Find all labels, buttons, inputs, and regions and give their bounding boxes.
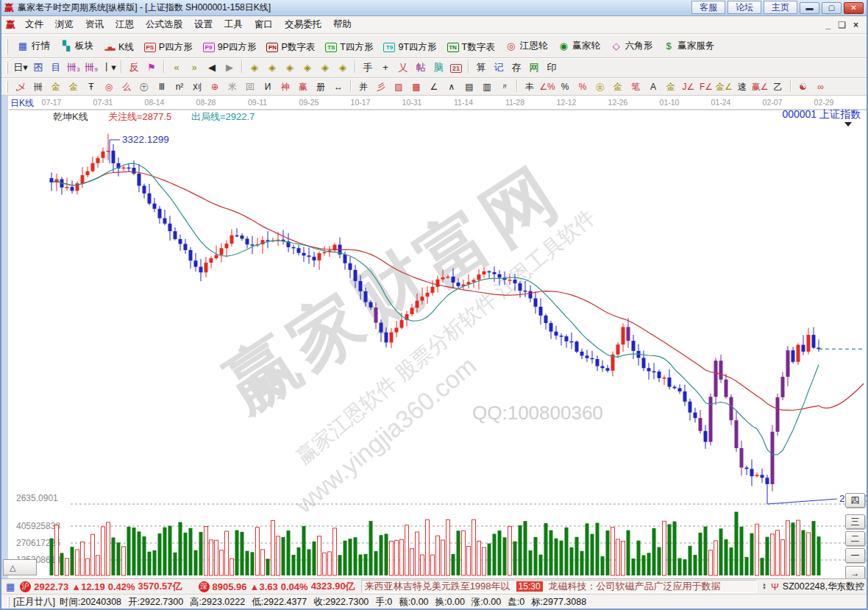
tool-win-grid[interactable]: 赢	[295, 80, 311, 94]
tool-gold-rule[interactable]: 金	[610, 80, 626, 94]
table-icon[interactable]: ▦	[6, 581, 15, 592]
tool-gann-diamond-4[interactable]: ◈	[299, 60, 316, 75]
tool-print[interactable]: 印	[544, 60, 560, 76]
tool-gate-lines[interactable]: 并	[355, 80, 371, 94]
tool-speed-angle[interactable]: 速	[734, 80, 750, 94]
tool-rails[interactable]: Ⅲ	[154, 80, 170, 94]
tool-save[interactable]: 存	[508, 60, 524, 76]
menu-资讯[interactable]: 资讯	[79, 18, 110, 31]
tool-candle-style[interactable]: 〡▾	[101, 60, 117, 76]
menu-文件[interactable]: 文件	[19, 18, 49, 31]
tool-gann-diamond-5[interactable]: ◈	[317, 60, 333, 75]
indicator-expand-button[interactable]: △	[3, 559, 37, 575]
tool-hand-tool[interactable]: 手	[360, 60, 376, 76]
tool-f-angle[interactable]: F∠	[698, 80, 714, 94]
menu-交易委托[interactable]: 交易委托	[279, 18, 327, 31]
tool-gold-comb-2[interactable]: 金	[65, 80, 82, 94]
tool-angle-cut[interactable]: 刈	[189, 80, 205, 94]
tool-win-angle[interactable]: 赢∠	[752, 80, 769, 94]
tool-gold-angle[interactable]: 金∠	[716, 80, 733, 94]
tool-target[interactable]: ⊕	[207, 80, 223, 94]
tool-n-square[interactable]: n²	[171, 80, 188, 94]
close-button[interactable]: ✕	[844, 2, 864, 14]
mdi-close-button[interactable]: ×	[850, 20, 862, 30]
tool-wave-mark[interactable]: И	[260, 80, 276, 94]
tool-calculator[interactable]: 算	[473, 60, 489, 76]
tool-f-comb[interactable]: Ŧ	[83, 80, 99, 94]
tool-crosshair-tool[interactable]: +	[377, 60, 394, 75]
tool-gann-diamond-2[interactable]: ◈	[264, 60, 280, 75]
toolbar-winner-service[interactable]: $赢家服务	[658, 40, 719, 52]
menu-帮助[interactable]: 帮助	[327, 18, 357, 31]
tool-count-ruler[interactable]: 册	[313, 80, 329, 94]
tool-flag-marker[interactable]: ⚑	[143, 60, 160, 75]
tool-gann-shapes[interactable]: 囨	[30, 60, 46, 76]
tool-prev-page[interactable]: ◀	[204, 60, 220, 75]
menu-设置[interactable]: 设置	[188, 18, 218, 31]
tool-notes[interactable]: 记	[491, 60, 507, 76]
toolbar-p-number-table[interactable]: PNP数字表	[261, 41, 320, 54]
tool-go-last[interactable]: »	[186, 60, 202, 75]
toolbar-quotes[interactable]: ▦行情	[12, 40, 55, 52]
tool-brush[interactable]: 么	[118, 80, 135, 94]
tool-span-arrow[interactable]: ↔	[330, 80, 346, 94]
tool-grid-a[interactable]: ▤	[461, 80, 477, 94]
menu-公式选股[interactable]: 公式选股	[140, 18, 188, 31]
tool-detail-board[interactable]: 目	[48, 60, 64, 76]
toolbar-hexagon[interactable]: ◇六角形	[605, 40, 658, 52]
mdi-minimize-button[interactable]: _	[822, 20, 835, 30]
tool-network[interactable]: 网	[526, 60, 542, 76]
toolbar-kline[interactable]: ▂▅▃K线	[99, 41, 139, 54]
tool-bars-3[interactable]: 卌₃	[65, 60, 82, 76]
tool-slash-lines[interactable]: 〃	[497, 80, 513, 94]
toolbar-winner-wheel[interactable]: ◉赢家轮	[552, 40, 605, 52]
tool-percent-line[interactable]: %	[574, 80, 591, 94]
news-scroll-spinner[interactable]: ▲▼	[762, 583, 766, 590]
toolbar-t-square[interactable]: TST四方形	[320, 41, 378, 54]
pane-layout-button-4[interactable]: 一	[845, 548, 865, 563]
titlebar-link-主页[interactable]: 主页	[764, 1, 797, 14]
tool-wave-angle[interactable]: ∧	[444, 80, 460, 94]
tool-pen-tool[interactable]: 乄	[13, 80, 29, 94]
mdi-restore-button[interactable]: ❏	[834, 20, 850, 30]
tool-j-angle[interactable]: J∠	[680, 80, 697, 94]
tool-snip-tool[interactable]: 乂	[395, 60, 411, 76]
tool-go-first[interactable]: «	[168, 60, 185, 75]
toolbar-t-number-table[interactable]: TNT数字表	[442, 41, 500, 54]
tool-star-grid[interactable]: 米	[224, 80, 241, 94]
tool-angle-percent[interactable]: ∠%	[539, 80, 555, 94]
tool-reverse-chart[interactable]: 反	[126, 60, 142, 76]
tool-angle-lines[interactable]: ∠	[426, 80, 442, 94]
tool-calendar[interactable]: 21	[448, 61, 464, 77]
tool-gold-ring[interactable]: ㊎	[592, 80, 608, 94]
toolbar-9p-square[interactable]: P99P四方形	[198, 41, 262, 54]
tool-a-frame[interactable]: A	[645, 80, 661, 94]
tool-column-tool[interactable]: 丰	[522, 80, 538, 94]
tool-percent[interactable]: %	[557, 80, 573, 94]
tool-taiji[interactable]: ☯	[795, 80, 811, 94]
tool-z-angle[interactable]: 乙	[770, 80, 786, 94]
tool-red-box[interactable]: ▩	[408, 80, 424, 94]
news-ticker[interactable]: 来西亚林吉特兑美元跌至1998年以 15:30 龙磁科技：公司软磁产品广泛应用于…	[361, 580, 757, 593]
minimize-button[interactable]: ▬	[800, 2, 819, 14]
tool-frame-box[interactable]: 回	[242, 80, 258, 94]
tool-fan-lines[interactable]: 彡	[373, 80, 389, 94]
tool-bars-9[interactable]: 卌₉	[83, 60, 99, 76]
tool-grid-b[interactable]: ▥	[479, 80, 495, 94]
tool-hatch-box[interactable]: ▨	[391, 80, 407, 94]
tool-ink-brush[interactable]: 笔	[627, 80, 644, 94]
menu-窗口[interactable]: 窗口	[249, 18, 279, 31]
pane-layout-button-2[interactable]: 三	[845, 514, 865, 529]
kline-chart[interactable]: 赢家财富网赢家江恩软件 股票分析软件 江恩工具软件www.yingjia360.…	[9, 96, 867, 578]
tool-comb-lines[interactable]: 卌	[30, 80, 46, 94]
tool-circle-degree[interactable]: ㊉	[136, 80, 152, 94]
tool-gann-diamond-3[interactable]: ◈	[282, 60, 298, 75]
tool-gold-base[interactable]: 金	[663, 80, 679, 94]
tool-brain-tool[interactable]: 脑	[430, 60, 447, 76]
tool-coil[interactable]: ◎	[101, 80, 117, 94]
titlebar-link-客服[interactable]: 客服	[691, 1, 725, 14]
tool-period-selector[interactable]: 日▾	[13, 60, 29, 76]
tool-gann-diamond-1[interactable]: ◈	[246, 60, 263, 75]
tool-gann-diamond-6[interactable]: ◈	[335, 60, 351, 75]
menu-浏览[interactable]: 浏览	[49, 18, 79, 31]
